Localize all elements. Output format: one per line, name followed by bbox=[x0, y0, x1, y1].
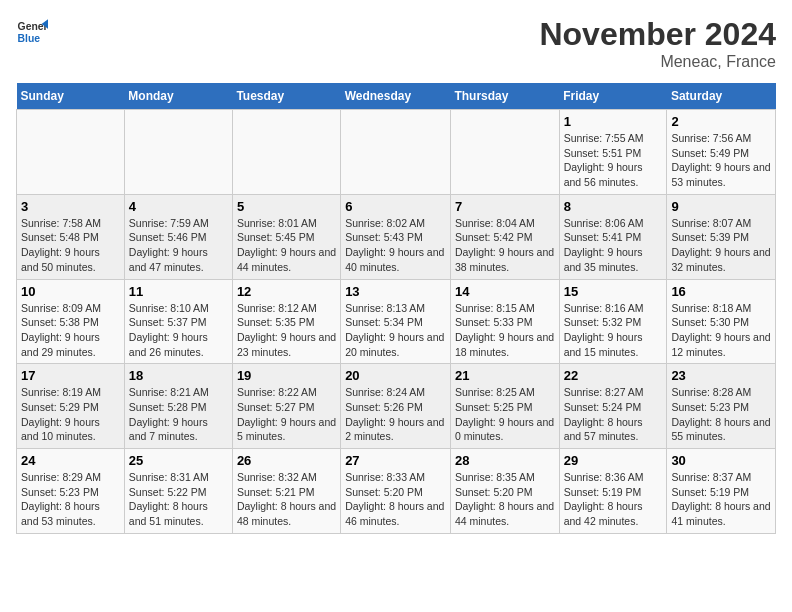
day-number: 16 bbox=[671, 284, 771, 299]
day-info: Sunrise: 7:56 AM Sunset: 5:49 PM Dayligh… bbox=[671, 131, 771, 190]
day-number: 8 bbox=[564, 199, 663, 214]
day-number: 17 bbox=[21, 368, 120, 383]
calendar-cell: 15Sunrise: 8:16 AM Sunset: 5:32 PM Dayli… bbox=[559, 279, 667, 364]
day-info: Sunrise: 8:07 AM Sunset: 5:39 PM Dayligh… bbox=[671, 216, 771, 275]
calendar-cell bbox=[450, 110, 559, 195]
calendar-cell: 6Sunrise: 8:02 AM Sunset: 5:43 PM Daylig… bbox=[341, 194, 451, 279]
calendar-cell: 19Sunrise: 8:22 AM Sunset: 5:27 PM Dayli… bbox=[232, 364, 340, 449]
calendar-cell: 21Sunrise: 8:25 AM Sunset: 5:25 PM Dayli… bbox=[450, 364, 559, 449]
weekday-header: Tuesday bbox=[232, 83, 340, 110]
day-info: Sunrise: 8:32 AM Sunset: 5:21 PM Dayligh… bbox=[237, 470, 336, 529]
day-info: Sunrise: 8:25 AM Sunset: 5:25 PM Dayligh… bbox=[455, 385, 555, 444]
day-number: 28 bbox=[455, 453, 555, 468]
logo: General Blue bbox=[16, 16, 48, 48]
day-number: 13 bbox=[345, 284, 446, 299]
calendar-cell: 9Sunrise: 8:07 AM Sunset: 5:39 PM Daylig… bbox=[667, 194, 776, 279]
calendar-cell: 25Sunrise: 8:31 AM Sunset: 5:22 PM Dayli… bbox=[124, 449, 232, 534]
day-number: 2 bbox=[671, 114, 771, 129]
day-info: Sunrise: 8:29 AM Sunset: 5:23 PM Dayligh… bbox=[21, 470, 120, 529]
day-info: Sunrise: 8:35 AM Sunset: 5:20 PM Dayligh… bbox=[455, 470, 555, 529]
calendar-cell: 5Sunrise: 8:01 AM Sunset: 5:45 PM Daylig… bbox=[232, 194, 340, 279]
calendar-cell: 3Sunrise: 7:58 AM Sunset: 5:48 PM Daylig… bbox=[17, 194, 125, 279]
location: Meneac, France bbox=[539, 53, 776, 71]
day-number: 15 bbox=[564, 284, 663, 299]
calendar-cell: 16Sunrise: 8:18 AM Sunset: 5:30 PM Dayli… bbox=[667, 279, 776, 364]
day-info: Sunrise: 8:24 AM Sunset: 5:26 PM Dayligh… bbox=[345, 385, 446, 444]
day-info: Sunrise: 8:10 AM Sunset: 5:37 PM Dayligh… bbox=[129, 301, 228, 360]
day-number: 30 bbox=[671, 453, 771, 468]
calendar-week-row: 1Sunrise: 7:55 AM Sunset: 5:51 PM Daylig… bbox=[17, 110, 776, 195]
logo-icon: General Blue bbox=[16, 16, 48, 48]
day-info: Sunrise: 7:58 AM Sunset: 5:48 PM Dayligh… bbox=[21, 216, 120, 275]
day-info: Sunrise: 8:36 AM Sunset: 5:19 PM Dayligh… bbox=[564, 470, 663, 529]
weekday-header: Wednesday bbox=[341, 83, 451, 110]
day-number: 9 bbox=[671, 199, 771, 214]
calendar-cell: 8Sunrise: 8:06 AM Sunset: 5:41 PM Daylig… bbox=[559, 194, 667, 279]
weekday-header: Saturday bbox=[667, 83, 776, 110]
calendar-cell: 22Sunrise: 8:27 AM Sunset: 5:24 PM Dayli… bbox=[559, 364, 667, 449]
day-info: Sunrise: 8:02 AM Sunset: 5:43 PM Dayligh… bbox=[345, 216, 446, 275]
day-info: Sunrise: 8:15 AM Sunset: 5:33 PM Dayligh… bbox=[455, 301, 555, 360]
day-info: Sunrise: 8:28 AM Sunset: 5:23 PM Dayligh… bbox=[671, 385, 771, 444]
calendar-table: SundayMondayTuesdayWednesdayThursdayFrid… bbox=[16, 83, 776, 534]
calendar-cell bbox=[17, 110, 125, 195]
svg-text:Blue: Blue bbox=[18, 33, 41, 44]
day-info: Sunrise: 8:33 AM Sunset: 5:20 PM Dayligh… bbox=[345, 470, 446, 529]
day-info: Sunrise: 8:13 AM Sunset: 5:34 PM Dayligh… bbox=[345, 301, 446, 360]
calendar-cell: 12Sunrise: 8:12 AM Sunset: 5:35 PM Dayli… bbox=[232, 279, 340, 364]
calendar-cell: 29Sunrise: 8:36 AM Sunset: 5:19 PM Dayli… bbox=[559, 449, 667, 534]
calendar-cell: 27Sunrise: 8:33 AM Sunset: 5:20 PM Dayli… bbox=[341, 449, 451, 534]
calendar-cell: 28Sunrise: 8:35 AM Sunset: 5:20 PM Dayli… bbox=[450, 449, 559, 534]
day-number: 7 bbox=[455, 199, 555, 214]
calendar-cell: 14Sunrise: 8:15 AM Sunset: 5:33 PM Dayli… bbox=[450, 279, 559, 364]
day-number: 10 bbox=[21, 284, 120, 299]
weekday-header: Thursday bbox=[450, 83, 559, 110]
day-number: 29 bbox=[564, 453, 663, 468]
calendar-cell: 10Sunrise: 8:09 AM Sunset: 5:38 PM Dayli… bbox=[17, 279, 125, 364]
day-number: 25 bbox=[129, 453, 228, 468]
day-number: 12 bbox=[237, 284, 336, 299]
header: General Blue November 2024 Meneac, Franc… bbox=[16, 16, 776, 71]
calendar-cell bbox=[124, 110, 232, 195]
day-info: Sunrise: 8:37 AM Sunset: 5:19 PM Dayligh… bbox=[671, 470, 771, 529]
calendar-cell: 4Sunrise: 7:59 AM Sunset: 5:46 PM Daylig… bbox=[124, 194, 232, 279]
day-info: Sunrise: 8:22 AM Sunset: 5:27 PM Dayligh… bbox=[237, 385, 336, 444]
calendar-cell: 7Sunrise: 8:04 AM Sunset: 5:42 PM Daylig… bbox=[450, 194, 559, 279]
day-info: Sunrise: 8:16 AM Sunset: 5:32 PM Dayligh… bbox=[564, 301, 663, 360]
weekday-header: Monday bbox=[124, 83, 232, 110]
title-area: November 2024 Meneac, France bbox=[539, 16, 776, 71]
day-number: 6 bbox=[345, 199, 446, 214]
calendar-cell: 17Sunrise: 8:19 AM Sunset: 5:29 PM Dayli… bbox=[17, 364, 125, 449]
day-info: Sunrise: 8:19 AM Sunset: 5:29 PM Dayligh… bbox=[21, 385, 120, 444]
day-number: 5 bbox=[237, 199, 336, 214]
day-number: 19 bbox=[237, 368, 336, 383]
day-number: 26 bbox=[237, 453, 336, 468]
day-info: Sunrise: 8:09 AM Sunset: 5:38 PM Dayligh… bbox=[21, 301, 120, 360]
weekday-header: Friday bbox=[559, 83, 667, 110]
calendar-cell: 18Sunrise: 8:21 AM Sunset: 5:28 PM Dayli… bbox=[124, 364, 232, 449]
calendar-header-row: SundayMondayTuesdayWednesdayThursdayFrid… bbox=[17, 83, 776, 110]
calendar-week-row: 3Sunrise: 7:58 AM Sunset: 5:48 PM Daylig… bbox=[17, 194, 776, 279]
day-info: Sunrise: 8:18 AM Sunset: 5:30 PM Dayligh… bbox=[671, 301, 771, 360]
day-info: Sunrise: 8:12 AM Sunset: 5:35 PM Dayligh… bbox=[237, 301, 336, 360]
day-number: 21 bbox=[455, 368, 555, 383]
calendar-cell bbox=[232, 110, 340, 195]
calendar-cell: 13Sunrise: 8:13 AM Sunset: 5:34 PM Dayli… bbox=[341, 279, 451, 364]
day-info: Sunrise: 8:31 AM Sunset: 5:22 PM Dayligh… bbox=[129, 470, 228, 529]
calendar-cell bbox=[341, 110, 451, 195]
day-info: Sunrise: 8:01 AM Sunset: 5:45 PM Dayligh… bbox=[237, 216, 336, 275]
calendar-week-row: 17Sunrise: 8:19 AM Sunset: 5:29 PM Dayli… bbox=[17, 364, 776, 449]
day-number: 4 bbox=[129, 199, 228, 214]
day-number: 22 bbox=[564, 368, 663, 383]
day-info: Sunrise: 8:06 AM Sunset: 5:41 PM Dayligh… bbox=[564, 216, 663, 275]
calendar-cell: 11Sunrise: 8:10 AM Sunset: 5:37 PM Dayli… bbox=[124, 279, 232, 364]
day-info: Sunrise: 7:59 AM Sunset: 5:46 PM Dayligh… bbox=[129, 216, 228, 275]
day-number: 24 bbox=[21, 453, 120, 468]
month-title: November 2024 bbox=[539, 16, 776, 53]
calendar-cell: 23Sunrise: 8:28 AM Sunset: 5:23 PM Dayli… bbox=[667, 364, 776, 449]
day-number: 27 bbox=[345, 453, 446, 468]
day-info: Sunrise: 8:04 AM Sunset: 5:42 PM Dayligh… bbox=[455, 216, 555, 275]
day-info: Sunrise: 8:21 AM Sunset: 5:28 PM Dayligh… bbox=[129, 385, 228, 444]
day-number: 1 bbox=[564, 114, 663, 129]
calendar-cell: 24Sunrise: 8:29 AM Sunset: 5:23 PM Dayli… bbox=[17, 449, 125, 534]
